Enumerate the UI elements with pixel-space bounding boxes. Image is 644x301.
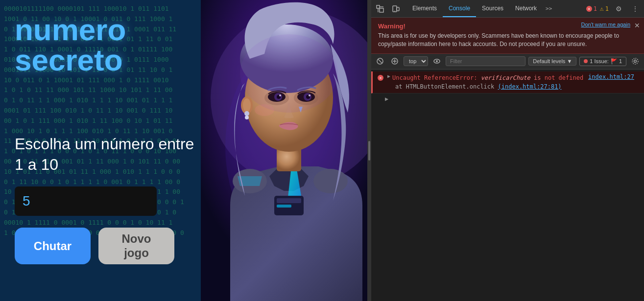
filter-input[interactable] (446, 56, 525, 66)
svg-rect-32 (397, 7, 399, 11)
error-circle-small: ✕ (378, 75, 383, 81)
game-content: numero secreto Escolha um número entre 1… (0, 0, 220, 301)
svg-point-7 (313, 169, 348, 193)
filter-icon-button[interactable] (389, 55, 401, 67)
device-toggle-button[interactable] (389, 2, 403, 16)
issues-count: 🚩 1 (611, 58, 622, 65)
console-content: ✕ ▶ Uncaught ReferenceError: verificarCh… (371, 69, 644, 301)
inspect-icon-button[interactable] (373, 2, 387, 16)
panel-divider[interactable] (367, 0, 371, 301)
issues-badge[interactable]: 1 Issue: 🚩 1 (579, 57, 626, 66)
svg-rect-4 (277, 198, 301, 203)
warn-count-badge: ⚠ 1 (600, 5, 609, 12)
number-input[interactable] (15, 186, 157, 216)
console-toolbar: top Default levels ▼ 1 Issue: 🚩 1 (371, 54, 644, 69)
eye-icon-button[interactable] (431, 55, 443, 67)
console-settings-button[interactable] (629, 55, 641, 67)
tab-console[interactable]: Console (443, 0, 476, 17)
expand-arrow[interactable]: ▶ (387, 73, 390, 82)
devtools-icons-left (373, 2, 403, 16)
issues-flag-icon: 🚩 (611, 58, 618, 64)
chutar-button[interactable]: Chutar (15, 228, 91, 264)
more-options-button[interactable]: ⋮ (628, 2, 642, 16)
error-location-link[interactable]: (index.html:27:81) (498, 83, 562, 90)
warning-banner: Warning! This area is for use by develop… (371, 18, 644, 54)
buttons-row: Chutar Novo jogo (15, 228, 206, 264)
devtools-topbar: Elements Console Sources Network >> ✕ 1 … (371, 0, 644, 18)
ai-character-image (201, 0, 367, 301)
tab-sources[interactable]: Sources (476, 0, 509, 17)
svg-point-40 (436, 60, 438, 62)
clear-console-button[interactable] (374, 55, 386, 67)
svg-point-26 (240, 34, 338, 113)
game-title: numero secreto (15, 15, 206, 75)
tab-network[interactable]: Network (509, 0, 543, 17)
issues-dot-icon (584, 59, 588, 63)
svg-point-41 (634, 60, 637, 63)
svg-rect-5 (277, 205, 291, 208)
svg-point-24 (245, 116, 249, 119)
svg-point-23 (244, 111, 249, 116)
divider-handle (368, 141, 370, 161)
error-content: ▶ Uncaught ReferenceError: verificarChut… (387, 73, 640, 91)
svg-point-33 (394, 10, 395, 11)
error-file-link[interactable]: index.html:27 (588, 73, 634, 80)
error-circle-icon: ✕ (586, 6, 592, 12)
svg-point-22 (243, 98, 251, 112)
settings-button[interactable]: ⚙ (612, 2, 625, 16)
novo-jogo-button[interactable]: Novo jogo (98, 228, 174, 264)
warn-triangle-icon: ⚠ (600, 5, 604, 12)
warning-close-button[interactable]: ✕ (634, 22, 640, 29)
devtools-more-tabs-button[interactable]: >> (543, 0, 555, 17)
error-entry: ✕ ▶ Uncaught ReferenceError: verificarCh… (371, 71, 644, 93)
gear-icon: ⚙ (616, 5, 622, 13)
svg-rect-30 (380, 8, 383, 12)
dont-warn-link[interactable]: Don't warn me again (581, 22, 630, 27)
game-panel: 0000101111100 0000101 111 100010 1 011 1… (0, 0, 367, 301)
error-icon: ✕ (377, 74, 384, 82)
devtools-icons-right: ✕ 1 ⚠ 1 ⚙ ⋮ (586, 2, 642, 16)
vertical-dots-icon: ⋮ (632, 5, 639, 13)
caret-entry: ▶ (371, 93, 644, 104)
error-main-row: ▶ Uncaught ReferenceError: verificarChut… (387, 73, 640, 82)
error-not-defined: not defined (545, 74, 583, 81)
error-type: Uncaught ReferenceError: (392, 74, 481, 81)
tab-elements[interactable]: Elements (406, 0, 443, 17)
error-function: verificarChute (481, 74, 530, 81)
devtools-tabs: Elements Console Sources Network >> (406, 0, 582, 17)
error-message: Uncaught ReferenceError: verificarChute … (392, 73, 583, 82)
error-subline: at HTMLButtonElement.onclick (index.html… (387, 82, 640, 91)
warning-text: This area is for use by developers only.… (378, 32, 637, 48)
caret-icon[interactable]: ▶ (385, 95, 388, 102)
svg-rect-27 (377, 5, 380, 8)
context-selector[interactable]: top (404, 56, 428, 66)
svg-line-35 (378, 59, 382, 63)
svg-point-42 (632, 58, 638, 64)
error-count-badge: ✕ 1 (586, 5, 597, 12)
game-instruction: Escolha um número entre 1 a 10 (15, 134, 206, 175)
devtools-panel: Elements Console Sources Network >> ✕ 1 … (371, 0, 644, 301)
log-levels-button[interactable]: Default levels ▼ (528, 57, 576, 66)
